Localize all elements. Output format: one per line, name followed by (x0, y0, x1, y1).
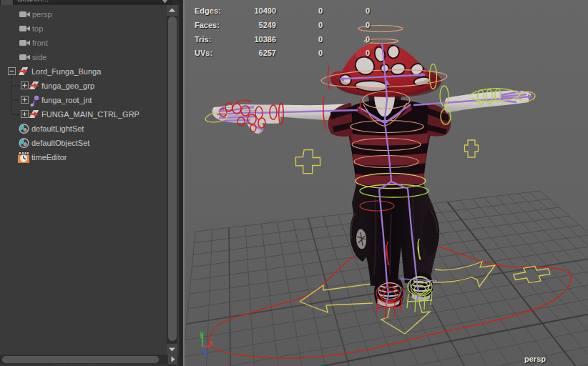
svg-text:x: x (209, 339, 213, 347)
svg-text:y: y (200, 330, 204, 338)
